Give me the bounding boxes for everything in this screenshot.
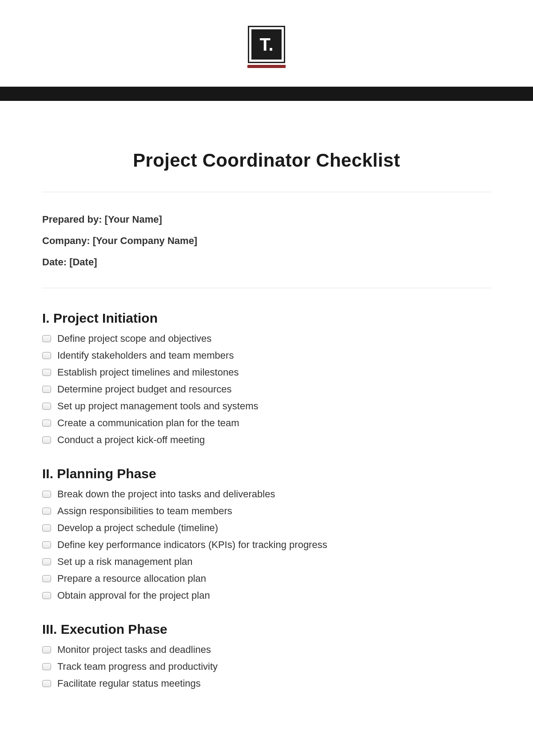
checkbox-icon[interactable] [42,403,51,410]
section: III. Execution PhaseMonitor project task… [42,622,491,692]
checklist-item: Set up a risk management plan [42,553,491,570]
logo-container: T. [0,0,533,63]
checklist-item: Monitor project tasks and deadlines [42,641,491,658]
checklist-item-label: Define key performance indicators (KPIs)… [57,539,327,551]
checkbox-icon[interactable] [42,663,51,670]
checklist-item-label: Track team progress and productivity [57,661,218,672]
checklist-item: Establish project timelines and mileston… [42,364,491,381]
accent-line [247,65,286,68]
checkbox-icon[interactable] [42,436,51,444]
checkbox-icon[interactable] [42,558,51,565]
document-page: T. inquire@corpedge.mail | Template.net … [0,0,533,728]
checklist-item-label: Break down the project into tasks and de… [57,488,275,500]
checklist-item: Break down the project into tasks and de… [42,486,491,503]
checkbox-icon[interactable] [42,491,51,498]
logo-icon: T. [251,29,282,60]
checkbox-icon[interactable] [42,575,51,582]
date-label: Date: [42,256,69,268]
company-value: [Your Company Name] [93,235,198,246]
checklist-item: Identify stakeholders and team members [42,347,491,364]
checklist-item-label: Obtain approval for the project plan [57,590,210,601]
meta-prepared-by: Prepared by: [Your Name] [42,214,491,225]
checkbox-icon[interactable] [42,352,51,359]
checklist-item-label: Conduct a project kick-off meeting [57,434,205,446]
checklist-item-label: Facilitate regular status meetings [57,678,201,689]
section-title: III. Execution Phase [42,622,491,637]
meta-company: Company: [Your Company Name] [42,235,491,247]
checklist-item-label: Assign responsibilities to team members [57,505,232,517]
checklist-item-label: Develop a project schedule (timeline) [57,522,218,534]
date-value: [Date] [69,256,97,268]
checkbox-icon[interactable] [42,508,51,515]
meta-date: Date: [Date] [42,256,491,268]
section-title: II. Planning Phase [42,466,491,481]
company-label: Company: [42,235,93,246]
checkbox-icon[interactable] [42,369,51,376]
prepared-by-label: Prepared by: [42,214,105,225]
checklist-item-label: Define project scope and objectives [57,333,211,344]
checklist-item: Define key performance indicators (KPIs)… [42,536,491,553]
checklist-item-label: Determine project budget and resources [57,384,232,395]
checklist-item: Conduct a project kick-off meeting [42,432,491,448]
checkbox-icon[interactable] [42,541,51,548]
checklist-item: Define project scope and objectives [42,330,491,347]
section: I. Project InitiationDefine project scop… [42,311,491,448]
checkbox-icon[interactable] [42,420,51,427]
checkbox-icon[interactable] [42,646,51,653]
checklist-item: Develop a project schedule (timeline) [42,520,491,536]
content-area: Project Coordinator Checklist Prepared b… [0,101,533,728]
checklist-item: Assign responsibilities to team members [42,503,491,520]
checklist-item-label: Set up a risk management plan [57,556,193,568]
checklist-item-label: Monitor project tasks and deadlines [57,644,211,656]
checklist-item: Determine project budget and resources [42,381,491,398]
checklist-item: Prepare a resource allocation plan [42,570,491,587]
section-title: I. Project Initiation [42,311,491,326]
checklist-item: Create a communication plan for the team [42,415,491,432]
divider [42,192,491,192]
checklist-item: Set up project management tools and syst… [42,398,491,415]
checkbox-icon[interactable] [42,524,51,532]
checklist-item: Track team progress and productivity [42,658,491,675]
checkbox-icon[interactable] [42,592,51,599]
black-bar [0,87,533,101]
checklist-item-label: Prepare a resource allocation plan [57,573,206,584]
sections-container: I. Project InitiationDefine project scop… [42,311,491,692]
page-title: Project Coordinator Checklist [42,150,491,171]
checklist-item-label: Establish project timelines and mileston… [57,367,239,378]
checkbox-icon[interactable] [42,680,51,687]
checkbox-icon[interactable] [42,335,51,342]
checklist-item: Facilitate regular status meetings [42,675,491,692]
section: II. Planning PhaseBreak down the project… [42,466,491,604]
prepared-by-value: [Your Name] [105,214,162,225]
checklist-item-label: Create a communication plan for the team [57,417,239,429]
checklist-item-label: Set up project management tools and syst… [57,400,258,412]
divider [42,288,491,288]
checklist-item-label: Identify stakeholders and team members [57,350,234,361]
checkbox-icon[interactable] [42,386,51,393]
checklist-item: Obtain approval for the project plan [42,587,491,604]
contact-bar: inquire@corpedge.mail | Template.net | 2… [0,66,533,87]
logo-border: T. [248,26,285,63]
